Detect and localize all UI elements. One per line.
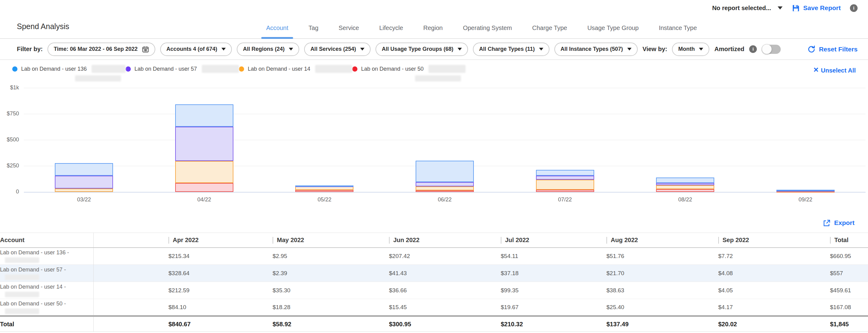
legend-dot-icon (352, 66, 358, 72)
value-cell: $459.61 (830, 282, 868, 299)
y-axis-label: $1k (0, 85, 19, 91)
redacted-text (202, 65, 239, 73)
account-name: Lab on Demand - user 136 - (0, 249, 93, 256)
filter-pill[interactable]: All Usage Type Groups (68) (375, 42, 468, 56)
table-row[interactable]: Lab on Demand - user 14 -$212.59$35.30$3… (0, 282, 868, 299)
tab-instance-type[interactable]: Instance Type (658, 25, 698, 38)
filter-pill[interactable]: Accounts 4 (of 674) (160, 42, 232, 56)
save-report-label: Save Report (803, 4, 841, 12)
filter-pill[interactable]: All Instance Types (507) (554, 42, 638, 56)
value-cell: $207.42 (389, 247, 501, 265)
export-button[interactable]: Export (823, 219, 855, 227)
bar-segment[interactable] (55, 176, 113, 188)
table-row[interactable]: Lab on Demand - user 136 -$215.34$2.95$2… (0, 247, 868, 265)
total-value-cell: $20.02 (718, 316, 830, 332)
column-header: Jun 2022 (389, 233, 501, 247)
bar-segment[interactable] (295, 186, 353, 187)
spend-chart: $1k$750$500$250003/2204/2205/2206/2207/2… (0, 86, 868, 213)
filter-pill[interactable]: All Charge Types (11) (473, 42, 550, 56)
bar-segment[interactable] (175, 183, 234, 192)
redacted-text (5, 274, 39, 280)
tab-account[interactable]: Account (265, 25, 289, 38)
bar-segment[interactable] (55, 189, 113, 192)
filter-bar: Filter by: Time: 06 Mar 2022 - 06 Sep 20… (0, 39, 868, 60)
export-row: Export (0, 213, 868, 233)
y-axis-label: $750 (0, 110, 19, 117)
tab-operating-system[interactable]: Operating System (462, 25, 513, 38)
bar-segment[interactable] (656, 185, 714, 189)
bar-segment[interactable] (175, 161, 234, 183)
redacted-text (315, 65, 352, 73)
table-row[interactable]: Lab on Demand - user 50 -$84.10$18.28$15… (0, 299, 868, 316)
spacer-cell (93, 265, 168, 282)
bar-segment[interactable] (415, 182, 474, 187)
amortized-info-icon[interactable] (749, 45, 757, 53)
legend-item[interactable]: Lab on Demand - user 57 (126, 65, 239, 81)
tab-charge-type[interactable]: Charge Type (531, 25, 568, 38)
x-axis-label: 06/22 (423, 197, 466, 203)
bar-segment[interactable] (415, 161, 474, 182)
bar-segment[interactable] (656, 177, 714, 183)
export-label: Export (834, 219, 855, 227)
filter-pills: Time: 06 Mar 2022 - 06 Sep 2022Accounts … (48, 42, 638, 56)
save-report-button[interactable]: Save Report (792, 4, 841, 12)
bar-segment[interactable] (415, 187, 474, 190)
table-row[interactable]: Lab on Demand - user 57 -$328.64$2.39$41… (0, 265, 868, 282)
tab-lifecycle[interactable]: Lifecycle (378, 25, 404, 38)
report-selector-dropdown[interactable]: No report selected... (712, 5, 782, 12)
column-tick (273, 237, 273, 244)
value-cell: $38.63 (607, 282, 718, 299)
legend-item[interactable]: Lab on Demand - user 136 (12, 65, 126, 81)
y-axis-label: $250 (0, 163, 19, 169)
chevron-down-icon (699, 48, 703, 51)
chevron-down-icon (221, 48, 226, 51)
bar-segment[interactable] (656, 183, 714, 185)
amortized-toggle[interactable] (762, 45, 781, 54)
view-by-dropdown[interactable]: Month (672, 42, 709, 56)
column-tick (501, 237, 501, 244)
x-axis-label: 05/22 (303, 197, 346, 203)
bar-segment[interactable] (776, 190, 835, 191)
legend-label: Lab on Demand - user 136 (21, 66, 87, 72)
redacted-text (5, 308, 39, 314)
bar-segment[interactable] (295, 190, 353, 192)
bar-segment[interactable] (536, 170, 594, 175)
value-cell: $84.10 (168, 299, 273, 316)
spacer-cell (93, 299, 168, 316)
x-axis-label: 04/22 (183, 197, 226, 203)
unselect-all-button[interactable]: Unselect All (813, 67, 856, 74)
column-header-label: Apr 2022 (173, 237, 199, 243)
tab-tag[interactable]: Tag (307, 25, 319, 38)
value-cell: $7.72 (718, 247, 830, 265)
bar-segment[interactable] (536, 190, 594, 192)
bar-segment[interactable] (175, 104, 234, 127)
reset-filters-label: Reset Filters (819, 45, 858, 53)
bar-segment[interactable] (536, 176, 594, 180)
bar-segment[interactable] (415, 190, 474, 192)
bar-segment[interactable] (55, 163, 113, 176)
chevron-down-icon (539, 48, 543, 51)
tab-usage-type-group[interactable]: Usage Type Group (586, 25, 640, 38)
filter-pill[interactable]: Time: 06 Mar 2022 - 06 Sep 2022 (48, 42, 155, 56)
legend-dot-icon (126, 66, 131, 72)
value-cell: $4.05 (718, 282, 830, 299)
filter-pill[interactable]: All Services (254) (304, 42, 371, 56)
column-tick (389, 237, 390, 244)
redacted-text (429, 65, 466, 73)
legend-item[interactable]: Lab on Demand - user 50 (352, 65, 466, 81)
tab-service[interactable]: Service (338, 25, 361, 38)
value-cell: $15.45 (389, 299, 501, 316)
filter-pill-label: All Instance Types (507) (560, 46, 623, 52)
bar-segment[interactable] (536, 180, 594, 190)
reset-filters-button[interactable]: Reset Filters (807, 45, 858, 53)
tab-region[interactable]: Region (422, 25, 444, 38)
redacted-text (415, 75, 461, 81)
filter-pill-label: Time: 06 Mar 2022 - 06 Sep 2022 (54, 46, 137, 52)
filter-pill[interactable]: All Regions (24) (237, 42, 299, 56)
bar-segment[interactable] (175, 127, 234, 161)
bar-segment[interactable] (656, 189, 714, 192)
legend-item[interactable]: Lab on Demand - user 14 (239, 65, 352, 81)
chevron-down-icon (627, 48, 631, 51)
info-icon[interactable] (850, 4, 858, 12)
x-axis-label: 07/22 (544, 197, 587, 203)
